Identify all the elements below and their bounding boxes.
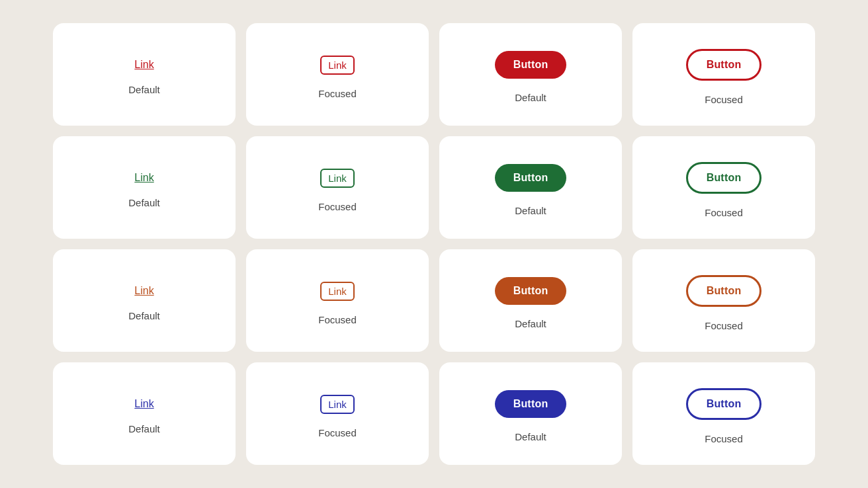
orange-button-focused[interactable]: Button	[686, 275, 762, 307]
orange-btn-default-label: Default	[515, 318, 546, 329]
green-link-default-label: Default	[128, 197, 160, 208]
green-btn-default-label: Default	[515, 205, 546, 216]
card-green-link-default: Link Default	[53, 136, 236, 239]
red-link-focused-label: Focused	[318, 88, 357, 99]
card-green-link-focused: Link Focused	[246, 136, 429, 239]
blue-button-default[interactable]: Button	[495, 390, 567, 418]
blue-button-focused[interactable]: Button	[686, 388, 762, 420]
red-button-default[interactable]: Button	[495, 51, 567, 79]
red-link-default[interactable]: Link	[134, 59, 153, 71]
card-blue-link-default: Link Default	[53, 362, 236, 465]
orange-btn-focused-label: Focused	[705, 320, 743, 331]
green-link-focused[interactable]: Link	[320, 169, 355, 188]
green-btn-focused-label: Focused	[705, 207, 743, 218]
card-blue-btn-default: Button Default	[439, 362, 622, 465]
red-btn-focused-label: Focused	[705, 94, 743, 105]
main-grid: Link Default Link Focused Button Default…	[37, 7, 831, 481]
card-orange-link-focused: Link Focused	[246, 249, 429, 352]
red-link-focused[interactable]: Link	[320, 56, 355, 75]
orange-link-default-label: Default	[128, 310, 160, 321]
card-green-btn-default: Button Default	[439, 136, 622, 239]
red-link-default-label: Default	[128, 84, 160, 95]
card-blue-btn-focused: Button Focused	[632, 362, 815, 465]
card-red-btn-default: Button Default	[439, 23, 622, 126]
blue-btn-focused-label: Focused	[705, 433, 743, 444]
card-orange-link-default: Link Default	[53, 249, 236, 352]
orange-link-focused[interactable]: Link	[320, 282, 355, 301]
red-btn-default-label: Default	[515, 92, 546, 103]
card-red-btn-focused: Button Focused	[632, 23, 815, 126]
card-red-link-focused: Link Focused	[246, 23, 429, 126]
blue-link-focused-label: Focused	[318, 427, 357, 438]
blue-link-focused[interactable]: Link	[320, 395, 355, 414]
green-link-focused-label: Focused	[318, 201, 357, 212]
card-blue-link-focused: Link Focused	[246, 362, 429, 465]
red-button-focused[interactable]: Button	[686, 49, 762, 81]
card-orange-btn-default: Button Default	[439, 249, 622, 352]
blue-link-default[interactable]: Link	[134, 398, 153, 410]
blue-link-default-label: Default	[128, 423, 160, 434]
orange-link-default[interactable]: Link	[134, 285, 153, 297]
blue-btn-default-label: Default	[515, 431, 546, 442]
orange-button-default[interactable]: Button	[495, 277, 567, 305]
card-orange-btn-focused: Button Focused	[632, 249, 815, 352]
card-green-btn-focused: Button Focused	[632, 136, 815, 239]
green-link-default[interactable]: Link	[134, 172, 153, 184]
green-button-focused[interactable]: Button	[686, 162, 762, 194]
orange-link-focused-label: Focused	[318, 314, 357, 325]
green-button-default[interactable]: Button	[495, 164, 567, 192]
card-red-link-default: Link Default	[53, 23, 236, 126]
